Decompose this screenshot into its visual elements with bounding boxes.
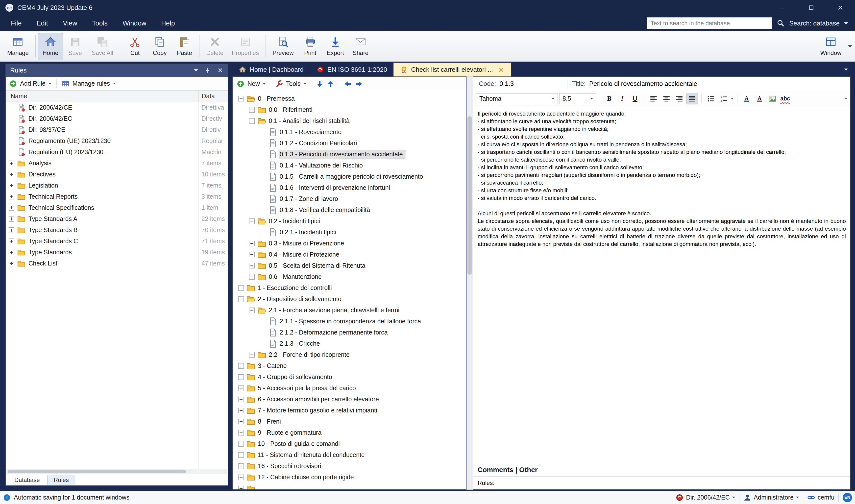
rule-row[interactable]: Directives10 items [6,169,228,180]
tree-node[interactable]: 2.2 - Forche di tipo ricoprente [233,349,466,360]
move-down-button[interactable] [316,80,324,88]
tab-rules[interactable]: Rules [48,475,75,485]
panel-menu-icon[interactable] [194,69,198,72]
rich-text-editor[interactable]: Il pericolo di rovesciamento accidentale… [473,106,850,463]
tree-node[interactable]: 6 - Accessori amovibili per carrello ele… [233,394,466,405]
tree-node[interactable]: 0.1.8 - Verifica delle compatibilità [233,204,466,216]
rule-row[interactable]: Check List47 items [6,258,228,269]
insert-image-button[interactable] [767,93,778,104]
code-value[interactable]: 0.1.3 [499,80,566,88]
highlight-color-button[interactable]: A [754,93,765,104]
tree-node[interactable]: 12 - Cabine chiuse con porte rigide [233,472,466,483]
toolbar-copy-button[interactable]: Copy [147,33,172,60]
rule-row[interactable]: Technical Specifications1 item [6,202,228,213]
tree-node[interactable]: 0.4 - Misure di Protezione [233,249,466,260]
tree-node[interactable]: 0.1.4 - Valutazione del Rischio [233,160,466,171]
expand-toggle[interactable] [248,274,256,280]
add-rule-button[interactable]: Add Rule [20,80,46,87]
tree-node[interactable]: 0.1.3 - Pericolo di rovesciamento accide… [233,149,466,160]
rule-row[interactable]: Legislation7 items [6,180,228,191]
toolbar-save-all-button[interactable]: Save All [88,33,118,60]
expand-toggle[interactable] [6,250,17,255]
tree-node[interactable]: 2.1.3 - Cricche [233,338,466,349]
toolbar-manage-button[interactable]: Manage [3,33,33,60]
font-size-select[interactable]: 8,5 [559,93,596,104]
expand-toggle[interactable] [6,161,17,166]
toolbar-share-button[interactable]: Share [348,33,373,60]
align-justify-button[interactable] [687,93,698,104]
document-tab-home-dashboard[interactable]: Home | Dashboard [232,62,310,76]
search-input[interactable] [647,17,772,29]
expand-toggle[interactable] [6,261,17,266]
tree-vertical-scrollbar[interactable] [466,76,473,490]
expand-toggle[interactable] [237,464,245,469]
rule-row[interactable]: Type Standards A22 items [6,213,228,224]
font-color-button[interactable]: A [741,93,752,104]
tree-node[interactable]: 0.6 - Manutenzione [233,271,466,282]
tree-node[interactable]: 0.1.5 - Carrelli a maggiore pericolo di … [233,171,466,182]
menu-tools[interactable]: Tools [85,15,115,31]
expand-toggle[interactable] [237,452,245,458]
bullet-list-button[interactable] [705,93,716,104]
expand-toggle[interactable] [248,252,256,257]
underline-button[interactable]: U [629,93,641,104]
new-caret-icon[interactable] [263,83,266,85]
italic-button[interactable]: I [617,93,628,104]
align-left-button[interactable] [648,93,659,104]
tab-list-caret-icon[interactable] [844,69,848,71]
tree-node[interactable]: 4 - Gruppo di sollevamento [233,372,466,382]
menu-window[interactable]: Window [115,15,154,31]
align-right-button[interactable] [674,93,685,104]
rule-row[interactable]: Regulation (EU) 2023/1230Machin [6,146,228,158]
expand-toggle[interactable] [6,194,17,199]
maximize-button[interactable] [797,0,826,15]
toolbar-home-button[interactable]: Home [38,33,63,60]
tree-node[interactable]: 0.1.6 - Interventi di prevenzione infort… [233,182,466,193]
tab-close-icon[interactable] [498,67,504,73]
rule-row[interactable]: Technical Reports3 items [6,191,228,202]
expand-toggle[interactable] [237,441,245,447]
tree-node[interactable]: 11 - Sistema di ritenuta del conducente [233,449,466,461]
expand-toggle[interactable] [6,238,17,244]
expand-toggle[interactable] [237,486,245,490]
tree-node[interactable]: 0.2 - Incidenti tipici [233,216,466,227]
move-left-button[interactable] [344,80,352,88]
expand-toggle[interactable] [6,228,17,233]
toolbar-export-button[interactable]: Export [323,33,348,60]
new-button[interactable]: New [248,80,260,87]
tree-node[interactable] [233,483,466,489]
tree-node[interactable]: 2.1 - Forche a sezione piena, chiavistel… [233,305,466,316]
expand-toggle[interactable] [237,408,245,413]
expand-toggle[interactable] [6,216,17,222]
move-right-button[interactable] [355,80,363,88]
toolbar-save-button[interactable]: Save [63,33,88,60]
toolbar-cut-button[interactable]: Cut [123,33,147,60]
toolbar-print-button[interactable]: Print [298,33,323,60]
expand-toggle[interactable] [237,419,245,424]
document-tab-check-list-carrelli-elevatori[interactable]: Check list carrelli elevatori ... [393,62,511,76]
tree-node[interactable]: 0.1.1 - Rovesciamento [233,126,466,138]
tree-node[interactable]: 0 - Premessa [233,93,466,104]
expand-toggle[interactable] [248,107,256,112]
rule-row[interactable]: Dir. 98/37/CEDirettiv [6,124,228,136]
user-selector[interactable]: Administratore [743,493,799,502]
tree-node[interactable]: 0.3 - Misure di Prevenzione [233,238,466,249]
tree-node[interactable]: 0.1 - Analisi dei rischi stabilità [233,115,466,126]
toolbar-delete-button[interactable]: Delete [202,33,228,60]
rules-horizontal-scrollbar[interactable] [6,469,227,474]
menu-file[interactable]: File [3,15,29,31]
expand-toggle[interactable] [237,363,245,368]
panel-close-icon[interactable] [217,67,223,73]
menu-edit[interactable]: Edit [29,15,56,31]
expand-toggle[interactable] [237,397,245,402]
toolbar-preview-button[interactable]: Preview [268,33,298,60]
column-header-name[interactable]: Name [6,92,198,100]
tree-node[interactable]: 3 - Catene [233,360,466,372]
tree-node[interactable]: 5 - Accessori per la presa del carico [233,382,466,394]
search-icon[interactable] [776,19,785,28]
tree-node[interactable]: 9 - Ruote e gommatura [233,427,466,438]
expand-toggle[interactable] [237,96,245,102]
expand-toggle[interactable] [248,352,256,358]
numbered-list-button[interactable]: 12 [718,93,729,104]
manage-rules-button[interactable]: Manage rules [72,80,110,87]
